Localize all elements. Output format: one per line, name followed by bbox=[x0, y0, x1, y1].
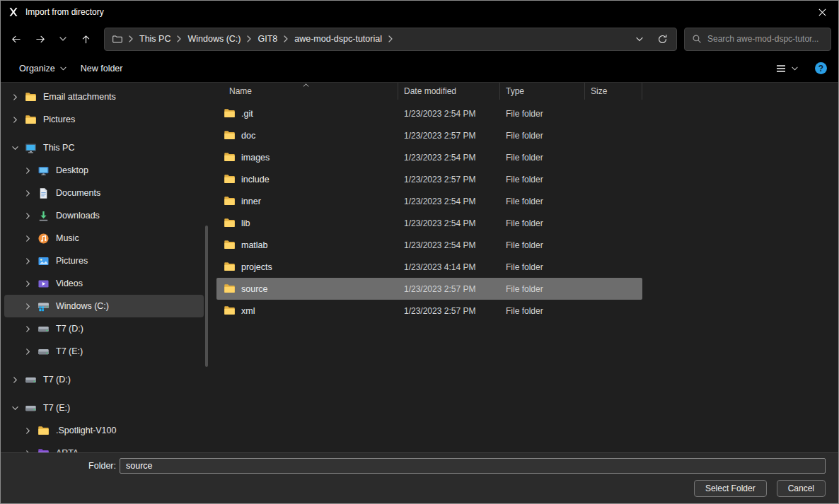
folder-name-input[interactable] bbox=[120, 458, 826, 474]
address-dropdown-icon[interactable] bbox=[636, 37, 643, 42]
command-toolbar: Organize New folder ? bbox=[1, 54, 838, 83]
desktop-icon bbox=[37, 165, 50, 177]
help-button[interactable]: ? bbox=[815, 62, 827, 74]
sidebar-item-videos[interactable]: Videos bbox=[4, 272, 204, 295]
sidebar-item-downloads[interactable]: Downloads bbox=[4, 204, 204, 227]
sidebar-item-label: .Spotlight-V100 bbox=[56, 426, 116, 435]
column-header-size[interactable]: Size bbox=[585, 83, 642, 100]
file-row-projects[interactable]: projects1/23/2023 4:14 PMFile folder bbox=[216, 256, 642, 278]
cancel-button[interactable]: Cancel bbox=[777, 480, 826, 497]
sidebar-item-label: T7 (D:) bbox=[56, 324, 83, 334]
tree-collapsed-chevron-icon[interactable] bbox=[23, 234, 32, 242]
sidebar-item-t7-d[interactable]: T7 (D:) bbox=[4, 368, 204, 391]
sidebar-item-music[interactable]: Music bbox=[4, 227, 204, 250]
tree-collapsed-chevron-icon[interactable] bbox=[23, 347, 32, 356]
music-icon bbox=[37, 233, 50, 245]
tree-collapsed-chevron-icon[interactable] bbox=[23, 302, 32, 310]
file-row-images[interactable]: images1/23/2023 2:54 PMFile folder bbox=[216, 146, 642, 168]
sidebar-item-documents[interactable]: Documents bbox=[4, 182, 204, 204]
tree-collapsed-chevron-icon[interactable] bbox=[23, 279, 32, 288]
sidebar-item-label: Email attachments bbox=[43, 92, 116, 102]
folder-icon bbox=[37, 425, 50, 437]
file-row-inner[interactable]: inner1/23/2023 2:54 PMFile folder bbox=[216, 190, 642, 212]
tree-collapsed-chevron-icon[interactable] bbox=[23, 189, 32, 197]
sidebar-item-email-attachments[interactable]: Email attachments bbox=[4, 86, 204, 108]
file-row-xml[interactable]: xml1/23/2023 2:57 PMFile folder bbox=[216, 300, 642, 322]
file-size-cell bbox=[585, 168, 642, 190]
file-row-include[interactable]: include1/23/2023 2:57 PMFile folder bbox=[216, 168, 642, 190]
footer-bar: Folder: Select Folder Cancel bbox=[1, 452, 838, 503]
file-row-git[interactable]: .git1/23/2023 2:54 PMFile folder bbox=[216, 102, 642, 124]
file-type-cell: File folder bbox=[500, 256, 585, 278]
sidebar-item-pictures[interactable]: Pictures bbox=[4, 250, 204, 272]
column-header-type[interactable]: Type bbox=[500, 83, 585, 100]
sidebar-item-windows-c[interactable]: Windows (C:) bbox=[4, 295, 204, 317]
file-name-cell: lib bbox=[216, 212, 398, 234]
file-row-source[interactable]: source1/23/2023 2:57 PMFile folder bbox=[216, 278, 642, 300]
breadcrumb-chevron-icon[interactable] bbox=[247, 35, 251, 42]
sidebar-scrollbar[interactable] bbox=[205, 225, 208, 367]
sidebar-item-t7-e[interactable]: T7 (E:) bbox=[4, 397, 204, 419]
file-name-label: matlab bbox=[241, 240, 268, 250]
select-folder-button[interactable]: Select Folder bbox=[694, 480, 767, 497]
breadcrumb-chevron-icon[interactable] bbox=[388, 35, 393, 42]
import-dialog-window: Import from directory bbox=[0, 0, 839, 504]
tree-collapsed-chevron-icon[interactable] bbox=[23, 426, 32, 435]
tree-expanded-chevron-icon[interactable] bbox=[11, 404, 19, 412]
tree-collapsed-chevron-icon[interactable] bbox=[23, 166, 32, 175]
up-button[interactable] bbox=[75, 28, 96, 49]
breadcrumb-chevron-icon[interactable] bbox=[284, 35, 288, 42]
breadcrumb-item-windows-c[interactable]: Windows (C:) bbox=[183, 32, 245, 46]
forward-button[interactable] bbox=[30, 28, 51, 49]
view-button[interactable] bbox=[768, 59, 805, 78]
sidebar-item-this-pc[interactable]: This PC bbox=[4, 136, 204, 159]
organize-button[interactable]: Organize bbox=[12, 59, 74, 78]
close-button[interactable] bbox=[806, 1, 838, 23]
file-area: NameDate modifiedTypeSize .git1/23/2023 … bbox=[207, 83, 838, 452]
folder-icon bbox=[224, 283, 236, 295]
tree-collapsed-chevron-icon[interactable] bbox=[11, 115, 19, 124]
sidebar-item-desktop[interactable]: Desktop bbox=[4, 159, 204, 182]
column-header-date-modified[interactable]: Date modified bbox=[398, 83, 500, 100]
search-input[interactable] bbox=[707, 34, 823, 44]
file-name-cell: projects bbox=[216, 256, 398, 278]
sidebar-item-t7-e[interactable]: T7 (E:) bbox=[4, 340, 204, 363]
tree-collapsed-chevron-icon[interactable] bbox=[23, 324, 32, 333]
tree-collapsed-chevron-icon[interactable] bbox=[11, 375, 19, 384]
tree-expanded-chevron-icon[interactable] bbox=[11, 143, 19, 152]
file-type-cell: File folder bbox=[500, 278, 585, 300]
downloads-icon bbox=[37, 210, 50, 222]
sidebar-item-pictures[interactable]: Pictures bbox=[4, 108, 204, 131]
tree-collapsed-chevron-icon[interactable] bbox=[11, 93, 19, 101]
sidebar-item-spotlight-v100[interactable]: .Spotlight-V100 bbox=[4, 419, 204, 442]
folder-icon bbox=[224, 305, 236, 317]
file-name-label: .git bbox=[241, 109, 253, 119]
file-name-cell: include bbox=[216, 168, 398, 190]
refresh-icon[interactable] bbox=[657, 34, 668, 45]
search-box[interactable] bbox=[684, 28, 831, 51]
tree-collapsed-chevron-icon[interactable] bbox=[23, 257, 32, 265]
sidebar-item-label: Pictures bbox=[56, 256, 88, 266]
address-bar[interactable]: This PCWindows (C:)GIT8awe-mod-dspc-tuto… bbox=[104, 28, 677, 51]
file-row-matlab[interactable]: matlab1/23/2023 2:54 PMFile folder bbox=[216, 234, 642, 256]
windows-drive-icon bbox=[37, 300, 50, 312]
breadcrumb-chevron-icon[interactable] bbox=[129, 35, 133, 42]
file-row-doc[interactable]: doc1/23/2023 2:57 PMFile folder bbox=[216, 124, 642, 146]
file-row-lib[interactable]: lib1/23/2023 2:54 PMFile folder bbox=[216, 212, 642, 234]
back-arrow-icon bbox=[11, 34, 21, 45]
drive-icon bbox=[37, 323, 50, 335]
new-folder-button[interactable]: New folder bbox=[74, 59, 130, 78]
sidebar-item-t7-d[interactable]: T7 (D:) bbox=[4, 317, 204, 340]
breadcrumb-item-this-pc[interactable]: This PC bbox=[134, 32, 175, 46]
sidebar-item-arta[interactable]: ARTA bbox=[4, 442, 204, 452]
chevron-down-icon bbox=[60, 66, 66, 71]
file-date-cell: 1/23/2023 2:57 PM bbox=[398, 124, 500, 146]
back-button[interactable] bbox=[5, 28, 26, 49]
breadcrumb-item-git8[interactable]: GIT8 bbox=[253, 32, 282, 46]
breadcrumb-item-awe-mod-dspc-tutorial[interactable]: awe-mod-dspc-tutorial bbox=[289, 32, 387, 46]
column-header-label: Date modified bbox=[404, 86, 456, 96]
tree-collapsed-chevron-icon[interactable] bbox=[23, 211, 32, 220]
recent-locations-button[interactable] bbox=[54, 28, 71, 49]
column-header-name[interactable]: Name bbox=[216, 83, 398, 100]
breadcrumb-chevron-icon[interactable] bbox=[177, 35, 181, 42]
